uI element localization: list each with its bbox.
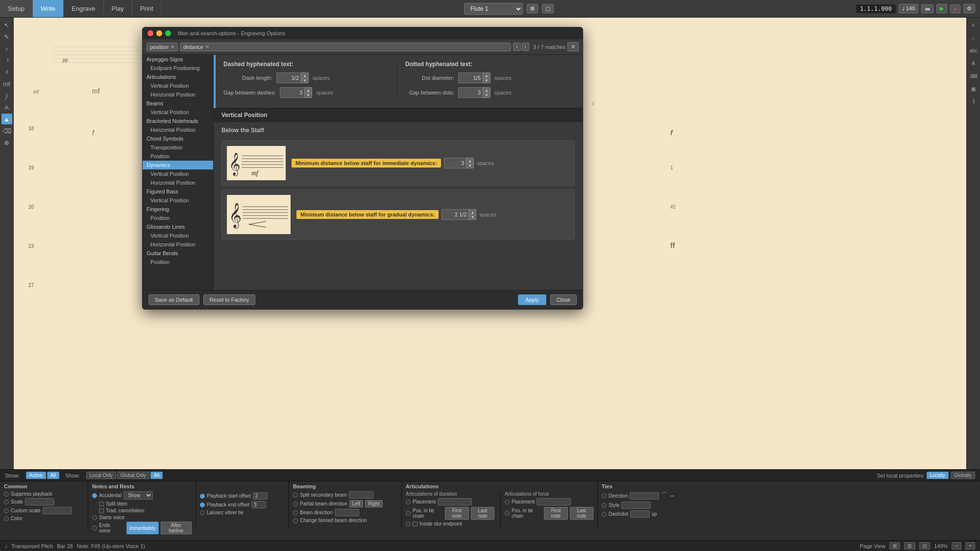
tool-zoom[interactable]: ⊕ xyxy=(1,137,12,148)
dot-diameter-input[interactable] xyxy=(458,72,483,83)
sidebar-dynamics-horizontal[interactable]: Horizontal Position xyxy=(143,178,213,187)
change-fanned-radio[interactable] xyxy=(293,518,298,523)
toggle-global-only[interactable]: Global Only xyxy=(117,472,149,479)
starts-voice-radio[interactable] xyxy=(92,515,97,520)
sidebar-fingering-position[interactable]: Position xyxy=(143,214,213,222)
ties-style-radio[interactable] xyxy=(602,503,607,508)
metronome-btn[interactable]: ♩ 140 xyxy=(899,4,918,13)
beam-direction-radio[interactable] xyxy=(293,510,298,515)
inside-slur-checkbox[interactable] xyxy=(413,522,417,527)
close-traffic-light[interactable] xyxy=(147,30,153,36)
right-btn[interactable]: Right xyxy=(365,500,382,507)
tab-print[interactable]: Print xyxy=(132,0,162,17)
tool-lyric[interactable]: A xyxy=(1,102,12,113)
sidebar-beams[interactable]: Beams xyxy=(143,99,213,108)
sidebar-chord-symbols[interactable]: Chord Symbols xyxy=(143,134,213,143)
sidebar-chord-transposition[interactable]: Transposition xyxy=(143,143,213,152)
playback-end-input[interactable] xyxy=(251,501,266,508)
sidebar-articulations-vertical[interactable]: Vertical Position xyxy=(143,81,213,90)
scale-input[interactable] xyxy=(25,498,54,505)
artic-pos-tie-radio[interactable] xyxy=(406,511,411,516)
sidebar-fingering[interactable]: Fingering xyxy=(143,205,213,214)
close-search-btn[interactable]: ✕ xyxy=(567,42,579,51)
dot-diameter-down[interactable]: ▼ xyxy=(483,78,490,83)
artic-force-tie-radio[interactable] xyxy=(505,511,510,516)
right-tool-6[interactable]: ▦ xyxy=(968,83,979,94)
ties-style-input[interactable] xyxy=(621,502,651,509)
apply-btn[interactable]: Apply xyxy=(518,294,546,305)
minimize-traffic-light[interactable] xyxy=(156,30,162,36)
right-tool-7[interactable]: 𝄞 xyxy=(968,96,979,107)
sidebar-articulations[interactable]: Articulations xyxy=(143,72,213,81)
first-note-btn-1[interactable]: First note xyxy=(445,507,469,520)
sidebar-beams-vertical[interactable]: Vertical Position xyxy=(143,108,213,117)
left-btn[interactable]: Left xyxy=(349,500,364,507)
accidental-select[interactable]: Show xyxy=(123,491,153,500)
playback-end-radio[interactable] xyxy=(200,503,205,507)
gap-dashes-down[interactable]: ▼ xyxy=(304,93,312,98)
tool-dynamics[interactable]: mf xyxy=(1,78,12,89)
immediate-value-input[interactable] xyxy=(444,158,466,168)
sidebar-arpeggio-signs[interactable]: Arpeggio Signs xyxy=(143,55,213,64)
trad-cancellation-checkbox[interactable] xyxy=(99,508,104,513)
sidebar-endpoint-positioning[interactable]: Endpoint Positioning xyxy=(143,64,213,72)
save-as-default-btn[interactable]: Save as Default xyxy=(148,294,199,305)
first-note-btn-2[interactable]: First note xyxy=(544,507,568,520)
search-clear[interactable]: ✕ xyxy=(205,44,209,49)
tool-note[interactable]: ♪ xyxy=(1,43,12,54)
sidebar-glissando-horizontal[interactable]: Horizontal Position xyxy=(143,240,213,249)
immediate-value-up[interactable]: ▲ xyxy=(466,158,474,163)
toggle-all-2[interactable]: All xyxy=(150,472,163,479)
custom-scale-radio[interactable] xyxy=(4,508,9,513)
gap-dots-down[interactable]: ▼ xyxy=(483,93,490,98)
toggle-local-only[interactable]: Local Only xyxy=(86,472,116,479)
sidebar-guitar-bends[interactable]: Guitar Bends xyxy=(143,249,213,258)
dot-diameter-up[interactable]: ▲ xyxy=(483,72,490,78)
scale-radio[interactable] xyxy=(4,500,9,504)
sidebar-guitar-position[interactable]: Position xyxy=(143,258,213,266)
split-secondary-radio[interactable] xyxy=(293,493,298,498)
sidebar-figuredbass-vertical[interactable]: Vertical Position xyxy=(143,196,213,205)
right-tool-5[interactable]: ⌨ xyxy=(968,71,979,81)
artic-force-placement-radio[interactable] xyxy=(505,500,510,504)
artic-placement-input[interactable] xyxy=(438,498,472,505)
gap-dots-input[interactable] xyxy=(458,87,483,98)
dash-length-down[interactable]: ▼ xyxy=(301,78,309,83)
zoom-out-btn[interactable]: − xyxy=(952,542,961,550)
tool-chord[interactable]: ♯ xyxy=(1,67,12,77)
tool-eraser[interactable]: ⌫ xyxy=(1,125,12,136)
sidebar-glissando-lines[interactable]: Glissando Lines xyxy=(143,222,213,231)
dash-length-up[interactable]: ▲ xyxy=(301,72,309,78)
sidebar-dynamics[interactable]: Dynamics xyxy=(143,161,213,169)
right-tool-4[interactable]: A xyxy=(968,58,979,69)
record-btn[interactable]: ● xyxy=(950,4,960,13)
toggle-locally[interactable]: Locally xyxy=(927,472,949,479)
sidebar-glissando-vertical[interactable]: Vertical Position xyxy=(143,231,213,240)
partial-beam-radio[interactable] xyxy=(293,502,298,506)
split-stem-checkbox[interactable] xyxy=(99,502,104,506)
filter-tag-position[interactable]: position ✕ xyxy=(147,43,178,51)
galley-view-btn[interactable]: ☰ xyxy=(904,542,915,550)
tab-write[interactable]: Write xyxy=(33,0,64,17)
playback-start-input[interactable] xyxy=(253,492,268,500)
sidebar-chord-position[interactable]: Position xyxy=(143,152,213,161)
right-tool-2[interactable]: ♪ xyxy=(968,32,979,43)
last-note-btn-2[interactable]: Last note xyxy=(570,507,593,520)
sidebar-dynamics-vertical[interactable]: Vertical Position xyxy=(143,169,213,178)
immediately-btn[interactable]: Immediately xyxy=(126,522,159,534)
maximize-traffic-light[interactable] xyxy=(165,30,171,36)
tool-pencil[interactable]: ✎ xyxy=(1,31,12,42)
close-btn[interactable]: Close xyxy=(550,294,577,305)
page-view-btn[interactable]: ⊞ xyxy=(889,542,900,550)
gradual-value-down[interactable]: ▼ xyxy=(468,215,476,220)
prev-match-btn[interactable]: ‹ xyxy=(513,43,520,51)
ends-voice-radio[interactable] xyxy=(92,526,97,530)
next-match-btn[interactable]: › xyxy=(522,43,529,51)
toggle-globally[interactable]: Globally xyxy=(951,472,975,479)
artic-force-placement-input[interactable] xyxy=(537,498,571,505)
instrument-select[interactable]: Flute 1 xyxy=(464,3,523,15)
beam-direction-input[interactable] xyxy=(335,509,359,516)
right-tool-1[interactable]: ≡ xyxy=(968,20,979,30)
tool-slur[interactable]: ) xyxy=(1,90,12,101)
sidebar-articulations-horizontal[interactable]: Horizontal Position xyxy=(143,90,213,99)
